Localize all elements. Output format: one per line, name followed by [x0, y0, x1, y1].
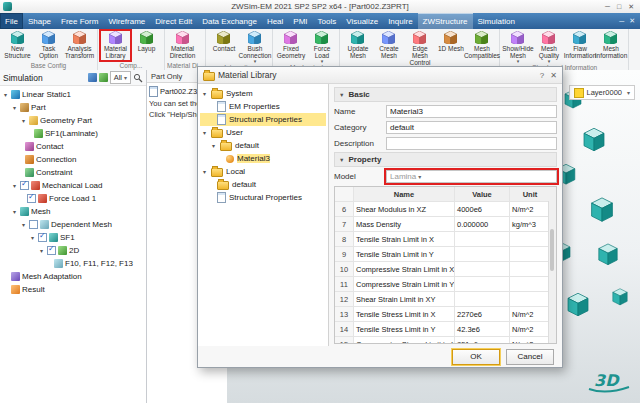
tab-zwstructure[interactable]: ZWStructure	[418, 13, 473, 29]
bush-connection-button[interactable]: Bush Connection	[239, 30, 270, 63]
checkbox-checked[interactable]	[27, 194, 36, 203]
edge-mesh-control-button[interactable]: Edge Mesh Control	[404, 30, 435, 70]
minimize-button[interactable]: ─	[605, 3, 610, 11]
checkbox-checked[interactable]	[47, 246, 56, 255]
tree-item-geometry-part[interactable]: Geometry Part	[0, 114, 146, 127]
maximize-button[interactable]: □	[617, 3, 621, 11]
tab-data-exchange[interactable]: Data Exchange	[197, 13, 262, 29]
layup-button[interactable]: Layup	[131, 30, 162, 61]
expander-icon[interactable]	[38, 247, 45, 254]
mesh-information-button[interactable]: Mesh Information	[595, 30, 626, 63]
tree-item-contact[interactable]: Contact	[0, 140, 146, 153]
section-property[interactable]: Property	[334, 152, 557, 167]
tab-file[interactable]: File	[0, 13, 23, 29]
analysis-transform-button[interactable]: Analysis Transform	[64, 30, 95, 61]
tree-item-dependent-mesh[interactable]: Dependent Mesh	[0, 218, 146, 231]
tab-free-form[interactable]: Free Form	[56, 13, 103, 29]
tree-item-system[interactable]: System	[200, 87, 326, 100]
tree-item-part[interactable]: Part	[0, 101, 146, 114]
tree-item-local-structural-properties[interactable]: Structural Properties	[200, 191, 326, 204]
tree-item-mechanical-load[interactable]: Mechanical Load	[0, 179, 146, 192]
tab-inquire[interactable]: Inquire	[383, 13, 417, 29]
dialog-title-bar[interactable]: Material Library ? ✕	[198, 67, 562, 84]
section-basic[interactable]: Basic	[334, 87, 557, 102]
tree-item-sf1-laminate[interactable]: SF1(Laminate)	[0, 127, 146, 140]
table-row[interactable]: 11Compressive Strain Limit in Y	[335, 277, 556, 292]
new-structure-button[interactable]: New Structure	[2, 30, 33, 61]
filter-all-dropdown[interactable]: All	[110, 71, 131, 84]
table-row[interactable]: 8Tensile Strain Limit in X	[335, 232, 556, 247]
tab-direct-edit[interactable]: Direct Edit	[150, 13, 197, 29]
expander-icon[interactable]	[20, 117, 27, 124]
update-mesh-button[interactable]: Update Mesh	[342, 30, 373, 70]
checkbox-checked[interactable]	[20, 181, 29, 190]
expander-icon[interactable]	[20, 221, 27, 228]
fixed-geometry-button[interactable]: Fixed Geometry	[275, 30, 306, 63]
tab-shape[interactable]: Shape	[23, 13, 56, 29]
dialog-close-button[interactable]: ✕	[550, 71, 557, 80]
create-mesh-button[interactable]: Create Mesh	[373, 30, 404, 70]
checkbox-unchecked[interactable]	[29, 220, 38, 229]
table-row[interactable]: 6Shear Modulus in XZ4000e6N/m^2	[335, 202, 556, 217]
tree-item-mesh-adaptation[interactable]: Mesh Adaptation	[0, 270, 146, 283]
expander-icon[interactable]	[29, 234, 36, 241]
1d-mesh-button[interactable]: 1D Mesh	[435, 30, 466, 70]
tree-item-local-default[interactable]: default	[200, 178, 326, 191]
mdi-close-button[interactable]: ✕	[629, 17, 635, 25]
mdi-minimize-button[interactable]: ─	[619, 18, 624, 25]
table-scrollbar[interactable]	[548, 201, 556, 343]
tree-item-result[interactable]: Result	[0, 283, 146, 296]
tree-item-em-properties[interactable]: EM Properties	[200, 100, 326, 113]
tree-item-local[interactable]: Local	[200, 165, 326, 178]
scroll-thumb[interactable]	[550, 229, 554, 271]
tab-heal[interactable]: Heal	[262, 13, 288, 29]
tree-item-constraint[interactable]: Constraint	[0, 166, 146, 179]
tree-item-connection[interactable]: Connection	[0, 153, 146, 166]
material-direction-button[interactable]: Material Direction	[167, 30, 198, 61]
layer-dropdown[interactable]: Layer0000	[569, 85, 635, 100]
tree-item-2d[interactable]: 2D	[0, 244, 146, 257]
table-row[interactable]: 10Compressive Strain Limit in X	[335, 262, 556, 277]
checkbox-checked[interactable]	[38, 233, 47, 242]
name-field[interactable]: Material3	[386, 105, 557, 118]
show-hide-mesh-button[interactable]: Show/Hide Mesh	[502, 30, 533, 63]
tree-item-user[interactable]: User	[200, 126, 326, 139]
expander-icon[interactable]	[2, 91, 9, 98]
force-load-button[interactable]: Force Load	[306, 30, 337, 63]
mesh-quality-button[interactable]: Mesh Quality	[533, 30, 564, 63]
tab-tools[interactable]: Tools	[313, 13, 342, 29]
category-field[interactable]: default	[386, 121, 557, 134]
tree-item-sf1[interactable]: SF1	[0, 231, 146, 244]
table-row[interactable]: 14Tensile Stress Limit in Y42.3e6N/m^2	[335, 322, 556, 337]
table-row[interactable]: 15Compressive Stress Limit in X851e6N/m^…	[335, 337, 556, 344]
mesh-compatibles-button[interactable]: Mesh Compatibles	[466, 30, 497, 70]
tree-item-user-default[interactable]: default	[200, 139, 326, 152]
table-row[interactable]: 9Tensile Strain Limit in Y	[335, 247, 556, 262]
tab-simulation[interactable]: Simulation	[473, 13, 520, 29]
flaw-information-button[interactable]: Flaw Information	[564, 30, 595, 63]
contact-button[interactable]: Contact	[208, 30, 239, 63]
expander-icon[interactable]	[201, 168, 208, 175]
tree-item-structural-properties[interactable]: Structural Properties	[200, 113, 326, 126]
filter-icon[interactable]	[88, 73, 97, 82]
table-row[interactable]: 12Shear Strain Limit in XY	[335, 292, 556, 307]
tab-wireframe[interactable]: Wireframe	[103, 13, 150, 29]
expander-icon[interactable]	[210, 142, 217, 149]
cancel-button[interactable]: Cancel	[506, 349, 554, 365]
description-field[interactable]	[386, 137, 557, 150]
expander-icon[interactable]	[201, 129, 208, 136]
search-icon[interactable]	[133, 73, 143, 83]
tree-item-force-load1[interactable]: Force Load 1	[0, 192, 146, 205]
tree-item-material3[interactable]: Material3	[200, 152, 326, 165]
refresh-icon[interactable]	[99, 73, 108, 82]
tree-item-mesh[interactable]: Mesh	[0, 205, 146, 218]
tree-item-linear-static1[interactable]: Linear Static1	[0, 88, 146, 101]
dialog-help-button[interactable]: ?	[540, 71, 544, 80]
model-dropdown[interactable]: Lamina	[386, 170, 557, 183]
table-row[interactable]: 7Mass Density0.000000kg/m^3	[335, 217, 556, 232]
material-library-button[interactable]: Material Library	[100, 30, 131, 61]
table-row[interactable]: 13Tensile Stress Limit in X2270e6N/m^2	[335, 307, 556, 322]
task-option-button[interactable]: Task Option	[33, 30, 64, 61]
tab-pmi[interactable]: PMI	[288, 13, 312, 29]
tab-visualize[interactable]: Visualize	[341, 13, 383, 29]
